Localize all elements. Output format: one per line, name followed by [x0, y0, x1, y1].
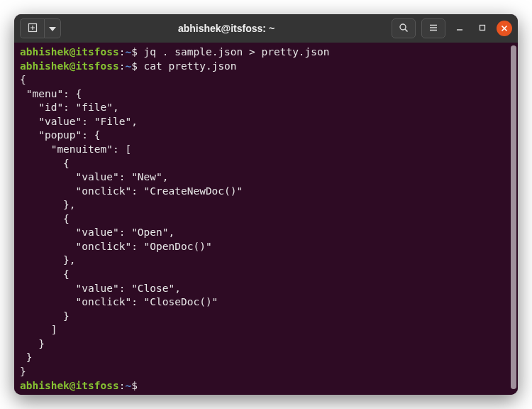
output-line: "value": "New",: [20, 171, 169, 182]
output-line: }: [20, 338, 45, 349]
output-line: "value": "Open",: [20, 227, 174, 238]
command-1: jq . sample.json > pretty.json: [138, 46, 330, 58]
close-icon: [501, 23, 508, 34]
prompt-symbol: $: [131, 380, 138, 391]
output-line: ]: [20, 324, 57, 335]
output-line: "popup": {: [20, 129, 101, 141]
output-line: {: [20, 158, 70, 169]
search-icon: [399, 23, 409, 35]
output-line: },: [20, 199, 76, 210]
svg-rect-10: [480, 26, 485, 31]
output-line: }: [20, 366, 26, 377]
prompt-user: abhishek: [20, 380, 70, 391]
svg-line-5: [405, 29, 408, 32]
prompt-path: ~: [125, 46, 131, 58]
menu-button[interactable]: [421, 18, 445, 38]
minimize-button[interactable]: [451, 20, 468, 37]
titlebar: abhishek@itsfoss: ~: [14, 14, 518, 43]
output-line: {: [20, 213, 70, 224]
prompt-symbol: $: [131, 60, 138, 72]
scrollbar[interactable]: [511, 45, 516, 389]
prompt-at: @: [70, 60, 76, 72]
output-line: "onclick": "OpenDoc()": [20, 241, 212, 252]
prompt-path: ~: [125, 60, 131, 72]
output-line: "menu": {: [20, 88, 82, 99]
svg-point-4: [400, 24, 406, 30]
close-button[interactable]: [497, 21, 512, 36]
minimize-icon: [455, 23, 464, 34]
terminal-window: abhishek@itsfoss: ~: [14, 14, 518, 395]
output-line: "value": "Close",: [20, 283, 181, 294]
output-line: "onclick": "CreateNewDoc()": [20, 185, 243, 197]
prompt-at: @: [70, 46, 76, 58]
prompt-host: itsfoss: [76, 60, 119, 72]
prompt-user: abhishek: [20, 60, 70, 72]
output-line: "id": "file",: [20, 102, 119, 113]
output-line: "onclick": "CloseDoc()": [20, 296, 218, 307]
chevron-down-icon: [49, 23, 56, 34]
maximize-icon: [478, 23, 487, 34]
titlebar-right-group: [392, 18, 512, 38]
output-line: "menuitem": [: [20, 143, 131, 155]
output-line: },: [20, 254, 76, 266]
terminal-body[interactable]: abhishek@itsfoss:~$ jq . sample.json > p…: [14, 43, 518, 395]
search-button[interactable]: [392, 18, 416, 38]
output-line: {: [20, 74, 26, 85]
prompt-at: @: [70, 380, 76, 391]
output-line: }: [20, 351, 32, 363]
command-2: cat pretty.json: [138, 60, 237, 72]
prompt-host: itsfoss: [76, 380, 119, 391]
maximize-button[interactable]: [474, 20, 491, 37]
hamburger-icon: [428, 23, 438, 35]
output-line: "value": "File",: [20, 116, 138, 127]
new-tab-icon: [28, 23, 38, 35]
window-title: abhishek@itsfoss: ~: [67, 23, 386, 34]
output-line: }: [20, 310, 70, 322]
new-tab-button[interactable]: [20, 18, 44, 38]
svg-marker-3: [49, 27, 56, 31]
prompt-host: itsfoss: [76, 46, 119, 58]
titlebar-left-group: [20, 18, 61, 38]
tab-dropdown-button[interactable]: [44, 18, 61, 38]
prompt-symbol: $: [131, 46, 138, 58]
prompt-user: abhishek: [20, 46, 70, 58]
prompt-path: ~: [125, 380, 131, 391]
output-line: {: [20, 268, 70, 280]
